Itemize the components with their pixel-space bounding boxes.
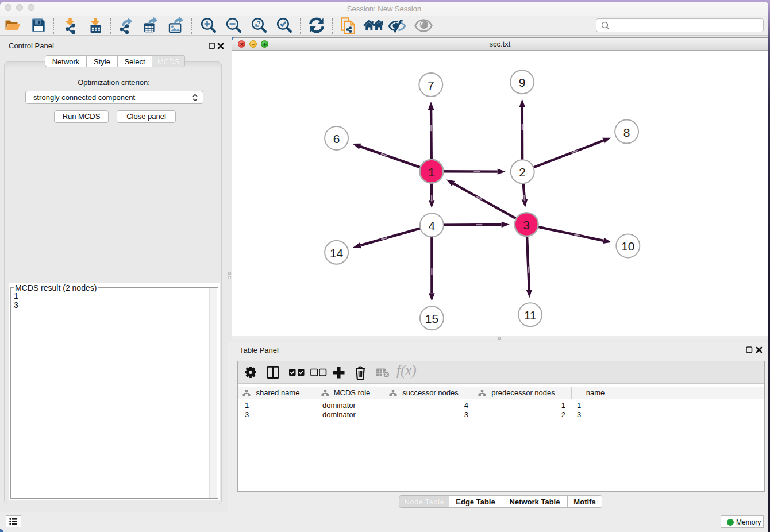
svg-text:6: 6 — [333, 132, 340, 145]
svg-text:15: 15 — [425, 312, 438, 325]
svg-text:4: 4 — [429, 219, 436, 232]
svg-text:14: 14 — [330, 246, 344, 260]
svg-text:9: 9 — [519, 76, 526, 89]
svg-text:11: 11 — [524, 309, 537, 322]
svg-text:7: 7 — [428, 79, 434, 92]
svg-text:8: 8 — [623, 126, 630, 139]
svg-text:1: 1 — [428, 165, 435, 179]
svg-text:3: 3 — [523, 218, 530, 232]
svg-text:2: 2 — [519, 165, 526, 179]
svg-text:10: 10 — [621, 240, 634, 253]
